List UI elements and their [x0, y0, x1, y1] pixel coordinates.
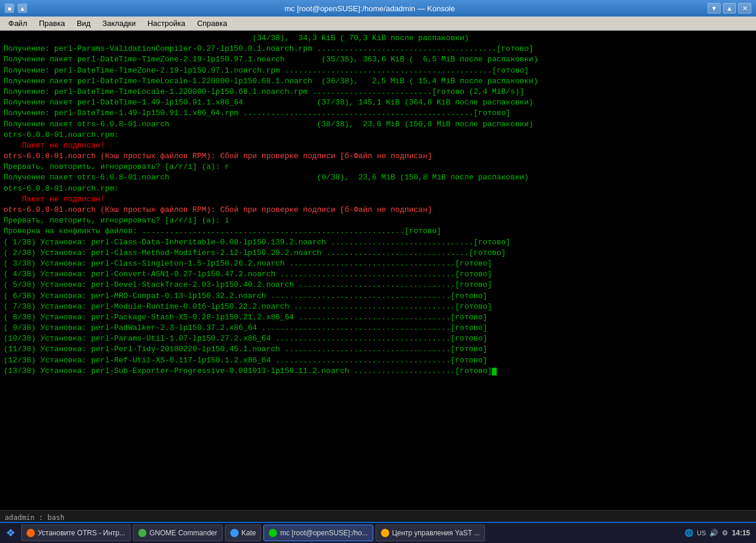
terminal-line: ( 2/38) Установка: perl-Class-Method-Mod… — [4, 248, 752, 259]
titlebar-icon-group: ■ ▲ — [5, 4, 27, 13]
terminal-line: Получение пакет perl-DateTime-TimeLocale… — [4, 76, 752, 87]
network-icon: 🌐 — [685, 529, 693, 537]
close-button[interactable]: ✕ — [738, 3, 751, 14]
start-button[interactable]: ❖ — [2, 525, 19, 541]
taskbar-item-yast[interactable]: Центр управления YaST ... — [376, 525, 485, 541]
menu-bookmarks[interactable]: Закладки — [96, 18, 141, 29]
menu-view[interactable]: Вид — [71, 18, 97, 29]
terminal-line: otrs-6.0.8-01.noarch (Кэш простых файлов… — [4, 205, 752, 215]
terminal-line: Прервать, повторить, игнорировать? [a/r/… — [4, 162, 752, 172]
terminal-line: Получение пакет otrs-6.0.8-01.noarch (0/… — [4, 172, 752, 183]
terminal-line: Получение: perl-DateTime-1.49-lp150.91.1… — [4, 108, 752, 119]
terminal-output[interactable]: (34/38), 34,3 KiB ( 70,3 KiB после распа… — [0, 31, 756, 510]
taskbar-label-kate: Kate — [242, 529, 256, 537]
terminal-line: ( 4/38) Установка: perl-Convert-ASN1-0.2… — [4, 269, 752, 280]
terminal-line: Получение: perl-Params-ValidationCompile… — [4, 44, 752, 54]
taskbar-systray: 🌐 US 🔊 ⚙ 14:15 — [681, 529, 754, 537]
terminal-line: Проверка на конфликты файлов: ..........… — [4, 226, 752, 237]
menu-settings[interactable]: Настройка — [142, 18, 191, 29]
clock: 14:15 — [732, 529, 750, 537]
start-icon: ❖ — [6, 526, 15, 539]
terminal-line: ( 8/38) Установка: perl-Package-Stash-XS… — [4, 312, 752, 323]
menu-help[interactable]: Справка — [191, 18, 233, 29]
menu-edit[interactable]: Правка — [33, 18, 71, 29]
terminal-line: ( 3/38) Установка: perl-Class-Singleton-… — [4, 259, 752, 269]
terminal-line: Пакет не подписан! — [4, 194, 752, 205]
terminal-line: Получение: perl-DateTime-TimeLocale-1.22… — [4, 87, 752, 97]
taskbar: ❖ Установите OTRS - Интр... GNOME Comman… — [0, 522, 756, 543]
menu-file[interactable]: Файл — [2, 18, 33, 29]
terminal-line: otrs-6.0.8-01.noarch (Кэш простых файлов… — [4, 151, 752, 162]
terminal-line: (10/38) Установка: perl-Params-Util-1.07… — [4, 333, 752, 344]
terminal-line: otrs-6.0.8-01.noarch.rpm: — [4, 184, 752, 194]
terminal-line: ( 5/38) Установка: perl-Devel-StackTrace… — [4, 280, 752, 290]
menubar: Файл Правка Вид Закладки Настройка Справ… — [0, 17, 756, 31]
terminal-line: ( 7/38) Установка: perl-Module-Runtime-0… — [4, 302, 752, 312]
taskbar-label-mc: mc [root@openSUSE]:/ho... — [280, 529, 367, 537]
volume-icon: 🔊 — [709, 529, 718, 537]
taskbar-item-mc[interactable]: mc [root@openSUSE]:/ho... — [263, 525, 373, 541]
terminal-line: Получение пакет perl-DateTime-TimeZone-2… — [4, 54, 752, 65]
bash-status: adadmin : bash — [5, 513, 64, 522]
taskbar-label-yast: Центр управления YaST ... — [392, 529, 480, 537]
terminal-line: otrs-6.0.8-01.noarch.rpm: — [4, 130, 752, 140]
pin-icon: ▲ — [18, 4, 27, 13]
settings-icon: ⚙ — [722, 529, 728, 537]
terminal-line: Пакет не подписан! — [4, 140, 752, 151]
terminal-line: ( 1/38) Установка: perl-Class-Data-Inher… — [4, 237, 752, 248]
titlebar: ■ ▲ mc [root@openSUSE]:/home/adadmin — K… — [0, 0, 756, 17]
yast-icon — [381, 529, 389, 537]
terminal-line: (12/38) Установка: perl-Ref-Util-XS-0.11… — [4, 355, 752, 366]
gnome-commander-icon — [138, 529, 146, 537]
maximize-button[interactable]: ▲ — [723, 3, 736, 14]
terminal-line: Получение пакет otrs-6.0.8-01.noarch (38… — [4, 119, 752, 130]
app-icon: ■ — [5, 4, 14, 13]
terminal-line: Прервать, повторить, игнорировать? [a/r/… — [4, 215, 752, 226]
taskbar-label-firefox: Установите OTRS - Интр... — [38, 529, 125, 537]
terminal-line: Получение: perl-DateTime-TimeZone-2.19-l… — [4, 66, 752, 76]
taskbar-item-gnome-commander[interactable]: GNOME Commander — [133, 525, 223, 541]
taskbar-item-kate[interactable]: Kate — [225, 525, 262, 541]
lang-indicator: US — [697, 529, 706, 537]
terminal-cursor — [492, 368, 497, 375]
window-controls[interactable]: ▼ ▲ ✕ — [708, 3, 751, 14]
terminal-line: Получение пакет perl-DateTime-1.49-lp150… — [4, 97, 752, 108]
kate-icon — [230, 529, 239, 537]
terminal-line: ( 6/38) Установка: perl-MRO-Compat-0.13-… — [4, 291, 752, 302]
taskbar-label-gnome-commander: GNOME Commander — [149, 529, 217, 537]
terminal-line: ( 9/38) Установка: perl-PadWalker-2.3-lp… — [4, 323, 752, 333]
taskbar-item-firefox[interactable]: Установите OTRS - Интр... — [21, 525, 131, 541]
window-title: mc [root@openSUSE]:/home/adadmin — Konso… — [32, 4, 708, 13]
mc-icon — [269, 529, 277, 537]
minimize-button[interactable]: ▼ — [708, 3, 721, 14]
terminal-line: (13/38) Установка: perl-Sub-Exporter-Pro… — [4, 366, 752, 377]
terminal-line: (11/38) Установка: perl-Perl-Tidy-201802… — [4, 344, 752, 355]
terminal-line: (34/38), 34,3 KiB ( 70,3 KiB после распа… — [4, 33, 752, 44]
firefox-icon — [27, 529, 35, 537]
